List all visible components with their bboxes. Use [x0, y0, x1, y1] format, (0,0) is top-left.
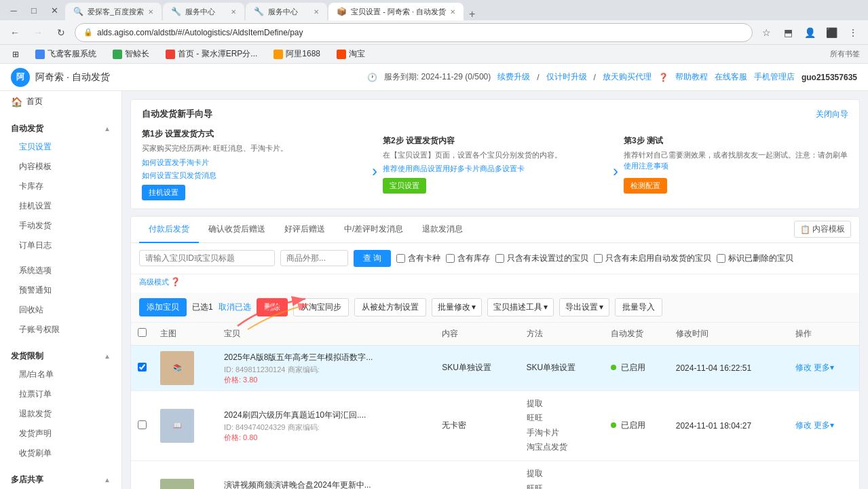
sidebar-item-content-template[interactable]: 内容模板 [0, 157, 121, 177]
filter-stock-checkbox[interactable] [446, 254, 455, 263]
app-store-link[interactable]: 手机管理店 [754, 71, 795, 83]
sidebar-item-home[interactable]: 🏠 首页 [0, 91, 121, 112]
filter-stock[interactable]: 含有库存 [446, 253, 490, 264]
online-service-link[interactable]: 在线客服 [715, 71, 747, 83]
minimize-button[interactable]: ─ [5, 2, 22, 18]
row-1-checkbox[interactable] [138, 363, 147, 372]
sidebar-item-blacklist[interactable]: 黑/白名单 [0, 365, 121, 384]
bookmark-apps[interactable]: ⊞ [8, 48, 23, 60]
sidebar-item-baobei-settings[interactable]: 宝贝设置 [0, 137, 121, 157]
filter-disabled-checkbox[interactable] [594, 254, 603, 263]
filter-unset[interactable]: 只含有未设置过的宝贝 [495, 253, 588, 264]
sidebar-item-receipt-order[interactable]: 收货刷单 [0, 443, 121, 463]
upgrade-link[interactable]: 续费升级 [497, 71, 530, 83]
category-input[interactable] [280, 250, 348, 266]
sidebar-item-pull-order[interactable]: 拉票订单 [0, 384, 121, 404]
agent-buy-link[interactable]: 放天购买代理 [603, 71, 652, 83]
sidebar-item-manual[interactable]: 手动发货 [0, 216, 121, 236]
tab-1[interactable]: 🔍 爱探客_百度搜索 ✕ [65, 3, 162, 20]
sidebar-item-hang[interactable]: 挂机设置 [0, 196, 121, 216]
step-1-btn[interactable]: 挂机设置 [142, 185, 185, 200]
cancel-select-link[interactable]: 取消已选 [219, 302, 251, 313]
delete-button[interactable]: 删除 [257, 298, 288, 316]
tab-4-close[interactable]: ✕ [450, 8, 455, 16]
tab-2[interactable]: 🔧 服务中心 ✕ [163, 3, 244, 20]
app-title: 阿奇索 · 自动发货 [35, 71, 110, 84]
tab-1-close[interactable]: ✕ [148, 8, 153, 16]
back-button[interactable]: ← [5, 23, 24, 42]
select-all-checkbox[interactable] [138, 328, 147, 337]
filter-unset-checkbox[interactable] [495, 254, 504, 263]
tab-neutral-review[interactable]: 中/差评时发消息 [335, 217, 413, 243]
row-1-content: SKU单独设置 [435, 345, 519, 391]
refresh-button[interactable]: ↻ [52, 23, 71, 42]
bookmark-1[interactable]: 飞鸢客服系统 [31, 47, 100, 61]
bookmark-4[interactable]: 阿里1688 [269, 47, 324, 61]
bookmark-5[interactable]: 淘宝 [333, 47, 369, 61]
batch-import-button[interactable]: 批量导入 [615, 298, 662, 316]
filter-deleted[interactable]: 标识已删除的宝贝 [717, 253, 793, 264]
tab-3-close[interactable]: ✕ [314, 8, 319, 16]
filter-disabled[interactable]: 只含有未启用自动发货的宝贝 [594, 253, 711, 264]
guide-close-link[interactable]: 关闭向导 [816, 109, 848, 120]
row-1-edit-link[interactable]: 修改 [795, 363, 812, 372]
bookmark-2[interactable]: 智鲸长 [109, 47, 153, 61]
batch-modify-dropdown[interactable]: 批量修改 ▾ [432, 298, 482, 316]
sidebar-item-delivery-notice[interactable]: 发货声明 [0, 424, 121, 443]
tab-good-review[interactable]: 好评后赠送 [275, 217, 335, 243]
row-2-more-dropdown[interactable]: 更多▾ [814, 420, 834, 430]
step-1-link1[interactable]: 如何设置发手淘卡片 [142, 158, 366, 168]
advanced-mode-link[interactable]: 高级模式 ❓ [139, 277, 181, 287]
sidebar-item-system[interactable]: 系统选项 [0, 261, 121, 280]
tab-3[interactable]: 🔧 服务中心 ✕ [246, 3, 327, 20]
row-1-more-dropdown[interactable]: 更多▾ [814, 363, 834, 372]
sidebar-item-back[interactable]: 回收站 [0, 300, 121, 320]
desc-tool-dropdown[interactable]: 宝贝描述工具 ▾ [487, 298, 554, 316]
new-tab-button[interactable]: + [465, 8, 479, 20]
menu-button[interactable]: ⋮ [844, 23, 863, 42]
sidebar-item-card-store[interactable]: 卡库存 [0, 177, 121, 196]
copy-from-taobao-button[interactable]: 从淘宝同步 [293, 298, 349, 316]
tab-pay-after[interactable]: 付款后发货 [139, 217, 199, 243]
sidebar-group-auto-delivery[interactable]: 自动发货 ▲ [0, 117, 121, 137]
filter-card-type[interactable]: 含有卡种 [396, 253, 440, 264]
step-3-link[interactable]: 使用注意事项 [624, 161, 848, 171]
search-input[interactable] [139, 250, 275, 266]
extensions-button[interactable]: ⬛ [822, 23, 841, 42]
content-template-btn[interactable]: 📋 内容模板 [794, 221, 851, 238]
search-button[interactable]: 查 询 [354, 250, 391, 267]
step-2-desc: 在【宝贝设置】页面，设置各个宝贝分别发货的内容。 [383, 149, 607, 162]
step-1-link2[interactable]: 如何设置宝贝发货消息 [142, 170, 366, 181]
maximize-button[interactable]: □ [26, 2, 42, 18]
sidebar-item-order[interactable]: 订单日志 [0, 236, 121, 255]
row-2-checkbox[interactable] [138, 420, 147, 429]
timing-upgrade-link[interactable]: 仅计时升级 [546, 71, 587, 83]
step-2-btn[interactable]: 宝贝设置 [383, 178, 426, 194]
bookmark-3[interactable]: 首页 - 聚水潭ERP分... [162, 47, 261, 61]
filter-deleted-checkbox[interactable] [717, 254, 725, 263]
tab-4[interactable]: 📦 宝贝设置 - 阿奇索 · 自动发货 ✕ [328, 3, 464, 20]
sidebar-item-reminder[interactable]: 预警通知 [0, 280, 121, 300]
add-baobei-button[interactable]: 添加宝贝 [139, 298, 187, 316]
tab-2-close[interactable]: ✕ [231, 8, 236, 16]
screenshot-button[interactable]: ⬒ [778, 23, 797, 42]
filter-card-type-checkbox[interactable] [396, 254, 405, 263]
step-3-btn[interactable]: 检测配置 [624, 178, 667, 194]
sidebar-group-multi-shop[interactable]: 多店共享 ▲ [0, 469, 121, 488]
sidebar-item-refund[interactable]: 退款发货 [0, 404, 121, 424]
copy-from-other-button[interactable]: 从被处方制设置 [354, 298, 426, 316]
account-button[interactable]: 👤 [800, 23, 819, 42]
step-2-link[interactable]: 推荐使用商品设置用好多卡片商品多设置卡 [383, 164, 607, 174]
help-link[interactable]: 帮助教程 [675, 71, 708, 83]
separator2: / [594, 73, 596, 82]
forward-button[interactable]: → [29, 23, 48, 42]
close-button[interactable]: ✕ [46, 2, 62, 18]
tab-refund-notice[interactable]: 退款发消息 [413, 217, 472, 243]
row-2-edit-link[interactable]: 修改 [795, 420, 812, 430]
sidebar-item-sub[interactable]: 子账号权限 [0, 320, 121, 340]
tab-confirm-receipt[interactable]: 确认收货后赠送 [199, 217, 275, 243]
bookmark-button[interactable]: ☆ [757, 23, 776, 42]
address-bar[interactable]: 🔒 alds.agiso.com/aldstb/#/Autologistics/… [75, 23, 753, 42]
export-setting-dropdown[interactable]: 导出设置 ▾ [559, 298, 609, 316]
sidebar-group-delivery-limit[interactable]: 发货限制 ▲ [0, 345, 121, 365]
